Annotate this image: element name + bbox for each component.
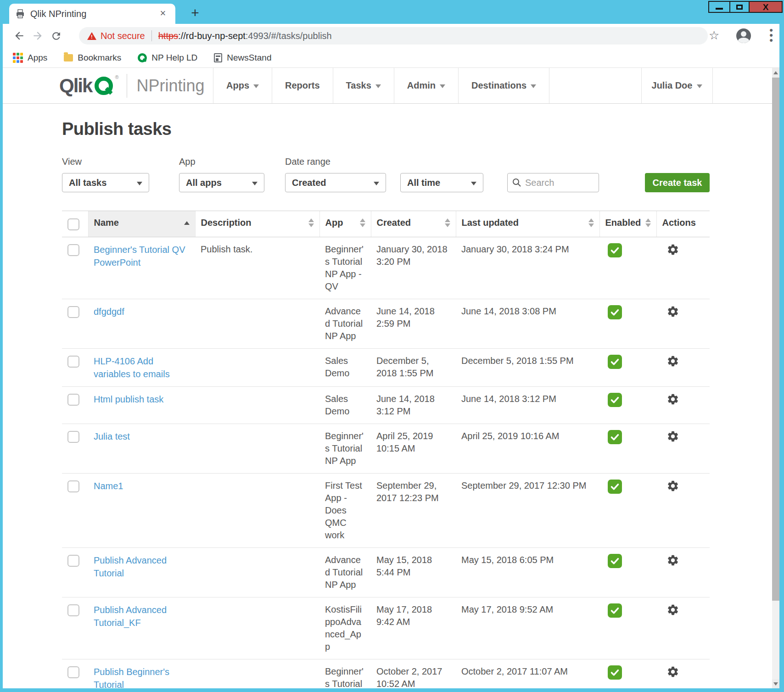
window-minimize-button[interactable]	[708, 1, 730, 13]
task-name-link[interactable]: Html publish task	[94, 394, 163, 404]
row-checkbox[interactable]	[67, 604, 79, 616]
row-checkbox[interactable]	[67, 666, 79, 678]
nav-item-reports[interactable]: Reports	[272, 68, 333, 103]
actions-gear-icon[interactable]	[666, 393, 679, 406]
row-checkbox[interactable]	[67, 555, 79, 567]
last-updated-cell: June 14, 2018 3:12 PM	[456, 387, 599, 424]
actions-cell	[656, 474, 710, 548]
actions-cell	[656, 349, 710, 387]
column-header-description[interactable]: Description	[195, 211, 319, 237]
browser-menu-icon[interactable]: •••	[763, 28, 779, 43]
name-cell: Publish Advanced Tutorial_KF	[88, 597, 195, 659]
task-name-link[interactable]: HLP-4106 Add variables to emails	[94, 356, 170, 379]
row-checkbox[interactable]	[67, 306, 79, 318]
actions-gear-icon[interactable]	[666, 430, 679, 443]
column-label: Created	[377, 218, 411, 228]
enabled-check-icon[interactable]	[608, 393, 622, 407]
create-task-button[interactable]: Create task	[645, 173, 710, 192]
window-maximize-button[interactable]	[730, 1, 750, 13]
task-name-link[interactable]: Publish Beginner's Tutorial	[94, 667, 169, 688]
column-label: Actions	[662, 218, 696, 228]
scroll-down-button[interactable]	[772, 679, 779, 688]
actions-gear-icon[interactable]	[666, 603, 679, 616]
search-input[interactable]	[525, 178, 594, 188]
row-checkbox[interactable]	[67, 394, 79, 406]
date-type-dropdown[interactable]: Created	[285, 173, 386, 192]
profile-avatar-icon[interactable]	[736, 28, 751, 43]
actions-gear-icon[interactable]	[666, 665, 679, 678]
table-row: Julia test Beginner's Tutorial NP App Ap…	[62, 424, 710, 474]
task-name-link[interactable]: Julia test	[94, 431, 130, 441]
scrollbar-thumb[interactable]	[772, 78, 779, 601]
new-tab-button[interactable]: +	[187, 6, 203, 21]
actions-gear-icon[interactable]	[666, 355, 679, 368]
task-name-link[interactable]: Publish Advanced Tutorial	[94, 555, 167, 578]
bookmark-np-help[interactable]: NP Help LD	[138, 53, 197, 63]
enabled-check-icon[interactable]	[608, 603, 622, 618]
select-all-checkbox[interactable]	[67, 218, 79, 230]
tab-favicon-printer-icon	[16, 9, 25, 18]
bookmark-newsstand[interactable]: NewsStand	[214, 53, 271, 63]
back-button[interactable]	[10, 27, 28, 45]
reload-button[interactable]	[47, 27, 65, 45]
back-arrow-icon	[13, 30, 25, 42]
row-checkbox[interactable]	[67, 356, 79, 368]
column-header-app[interactable]: App	[319, 211, 371, 237]
view-filter-dropdown[interactable]: All tasks	[62, 173, 149, 192]
app-cell: Beginner's Tutorial NP App	[319, 659, 371, 689]
enabled-check-icon[interactable]	[608, 554, 622, 568]
window-close-button[interactable]: X	[750, 1, 783, 13]
browser-tab[interactable]: Qlik NPrinting ×	[9, 4, 175, 24]
bookmark-label: NewsStand	[227, 53, 271, 63]
bookmark-label: Apps	[28, 53, 47, 63]
search-box	[507, 173, 599, 192]
task-name-link[interactable]: Publish Advanced Tutorial_KF	[94, 605, 167, 628]
nav-menu: Apps Reports Tasks Admin Destinations	[213, 68, 549, 103]
enabled-check-icon[interactable]	[608, 480, 622, 494]
scroll-up-button[interactable]	[772, 68, 779, 77]
bookmark-star-icon[interactable]: ☆	[709, 28, 719, 43]
enabled-check-icon[interactable]	[608, 305, 622, 319]
task-name-link[interactable]: Beginner's Tutorial QV PowerPoint	[94, 245, 185, 268]
task-name-link[interactable]: Name1	[94, 481, 123, 491]
actions-gear-icon[interactable]	[666, 480, 679, 492]
close-icon: X	[763, 3, 769, 11]
column-header-actions[interactable]: Actions	[656, 211, 710, 237]
column-header-created[interactable]: Created	[371, 211, 456, 237]
enabled-check-icon[interactable]	[608, 430, 622, 444]
name-cell: Publish Beginner's Tutorial	[88, 659, 195, 689]
enabled-check-icon[interactable]	[608, 243, 622, 257]
nav-item-admin[interactable]: Admin	[394, 68, 458, 103]
url-host: ://rd-buy-np-sept	[178, 31, 246, 41]
table-row: Publish Advanced Tutorial_KF KostisFilip…	[62, 597, 710, 659]
forward-arrow-icon	[32, 30, 44, 42]
nav-item-apps[interactable]: Apps	[213, 68, 272, 103]
enabled-cell	[599, 474, 656, 548]
row-checkbox[interactable]	[67, 244, 79, 256]
row-checkbox[interactable]	[67, 480, 79, 492]
task-name-link[interactable]: dfgdgdf	[94, 307, 124, 317]
tab-close-icon[interactable]: ×	[157, 8, 169, 20]
user-menu[interactable]: Julia Doe	[641, 68, 713, 103]
nav-item-tasks[interactable]: Tasks	[333, 68, 394, 103]
last-updated-cell: May 17, 2018 9:52 AM	[456, 597, 599, 659]
column-header-enabled[interactable]: Enabled	[599, 211, 656, 237]
actions-gear-icon[interactable]	[666, 243, 679, 256]
nav-item-destinations[interactable]: Destinations	[458, 68, 549, 103]
row-checkbox[interactable]	[67, 431, 79, 443]
app-filter-dropdown[interactable]: All apps	[179, 173, 264, 192]
column-header-name[interactable]: Name	[88, 211, 195, 237]
forward-button[interactable]	[28, 27, 47, 45]
enabled-check-icon[interactable]	[608, 355, 622, 369]
actions-gear-icon[interactable]	[666, 305, 679, 318]
app-cell: Sales Demo	[319, 349, 371, 387]
column-header-last-updated[interactable]: Last updated	[456, 211, 599, 237]
page-scrollbar[interactable]	[772, 68, 779, 688]
user-name: Julia Doe	[652, 80, 693, 91]
url-bar[interactable]: ! Not secure https://rd-buy-np-sept:4993…	[79, 27, 708, 45]
date-period-dropdown[interactable]: All time	[400, 173, 483, 192]
bookmark-bookmarks[interactable]: Bookmarks	[64, 53, 121, 63]
actions-gear-icon[interactable]	[666, 554, 679, 567]
bookmark-apps[interactable]: Apps	[13, 53, 47, 63]
enabled-check-icon[interactable]	[608, 665, 622, 680]
